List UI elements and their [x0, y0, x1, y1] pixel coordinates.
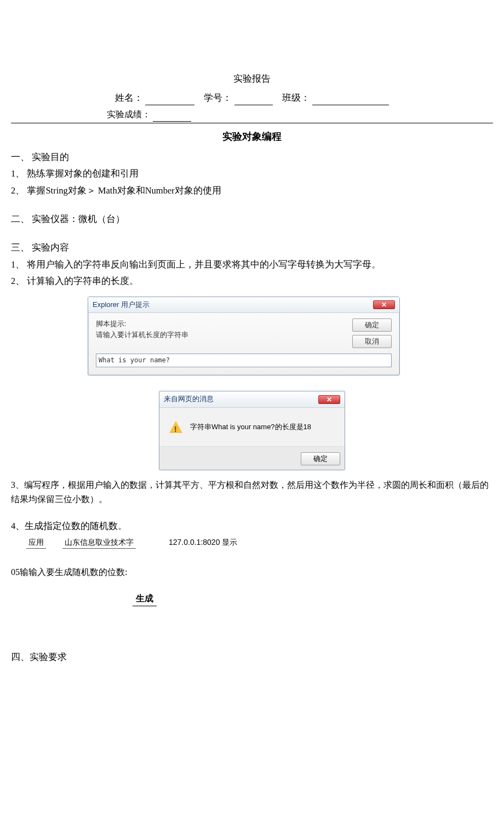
name-blank[interactable] — [145, 105, 194, 105]
sec3-heading: 三、 实验内容 — [11, 241, 493, 255]
tab-site[interactable]: 山东信息取业技术字 — [62, 536, 136, 549]
cancel-button[interactable]: 取消 — [352, 335, 392, 348]
sec3-item3: 3、编写程序，根据用户输入的数据，计算其平方、平方根和自然对数，然后用这个数作为… — [11, 478, 493, 506]
divider — [11, 123, 493, 123]
class-blank[interactable] — [312, 105, 389, 105]
close-icon[interactable]: ✕ — [318, 395, 340, 404]
alert-dialog: 来自网页的消息 ✕ 字符串What is your name?的长度是18 确定 — [159, 391, 345, 470]
section-requirements: 四、实验要求 — [11, 650, 493, 664]
section-content: 三、 实验内容 1、 将用户输入的字符串反向输出到页面上，并且要求将其中的小写字… — [11, 241, 493, 288]
id-label: 学号： — [204, 93, 232, 103]
browser-tab-row: 应用 山东信息取业技术字 127.0.0.1:8020 显示 — [26, 536, 493, 549]
section-purpose: 一、 实验目的 1、 熟练掌握对象的创建和引用 2、 掌握String对象＞ M… — [11, 150, 493, 198]
info-line: 姓名： 学号： 班级： — [11, 90, 493, 105]
close-icon[interactable]: ✕ — [373, 300, 395, 309]
item4-heading: 4、生成指定位数的随机数。 — [11, 519, 493, 533]
sec1-item1: 1、 熟练掌握对象的创建和引用 — [11, 167, 493, 181]
tab-app[interactable]: 应用 — [26, 536, 46, 549]
name-label: 姓名： — [115, 93, 143, 103]
generate-button[interactable]: 生成 — [133, 591, 157, 607]
ok-button[interactable]: 确定 — [352, 318, 392, 332]
prompt-dialog: Explorer 用户提示 ✕ 脚本提示: 请输入要计算机长度的字符串 确定 取… — [88, 297, 400, 376]
sec3-item4: 4、生成指定位数的随机数。 应用 山东信息取业技术字 127.0.0.1:802… — [11, 519, 493, 549]
score-label: 实验成绩： — [107, 110, 151, 119]
dialog2-title: 来自网页的消息 — [164, 394, 214, 405]
dialog1-titlebar: Explorer 用户提示 ✕ — [88, 297, 399, 314]
sec4-heading: 四、实验要求 — [11, 650, 493, 664]
prompt-text: 请输入要计算机长度的字符串 — [96, 329, 188, 340]
dialog2-titlebar: 来自网页的消息 ✕ — [159, 391, 345, 408]
sec3-item2: 2、 计算输入的字符串的长度。 — [11, 274, 493, 288]
sec1-heading: 一、 实验目的 — [11, 150, 493, 164]
class-label: 班级： — [282, 93, 310, 103]
score-line: 实验成绩： — [107, 107, 493, 122]
dialog1-prompt-text: 脚本提示: 请输入要计算机长度的字符串 — [96, 318, 188, 340]
alert-message: 字符串What is your name?的长度是18 — [190, 422, 311, 433]
dialog1-title: Explorer 用户提示 — [93, 299, 150, 311]
section-instrument: 二、 实验仪器：微机（台） — [11, 212, 493, 226]
address-display: 127.0.0.1:8020 显示 — [169, 536, 237, 548]
score-blank[interactable] — [153, 121, 191, 122]
sec3-item1: 1、 将用户输入的字符串反向输出到页面上，并且要求将其中的小写字母转换为大写字母… — [11, 258, 493, 272]
main-title: 实验对象编程 — [11, 129, 493, 145]
report-title: 实验报告 — [11, 71, 493, 86]
sec2-heading: 二、 实验仪器：微机（台） — [11, 212, 493, 226]
warning-icon — [169, 421, 182, 433]
random-prompt-line: 05输输入要生成随机数的位数: — [11, 565, 493, 579]
script-label: 脚本提示: — [96, 318, 188, 329]
prompt-input[interactable]: What is your name? — [96, 354, 392, 367]
ok-button[interactable]: 确定 — [301, 452, 340, 465]
id-blank[interactable] — [234, 105, 273, 105]
sec1-item2: 2、 掌握String对象＞ Math对象和Number对象的使用 — [11, 184, 493, 198]
